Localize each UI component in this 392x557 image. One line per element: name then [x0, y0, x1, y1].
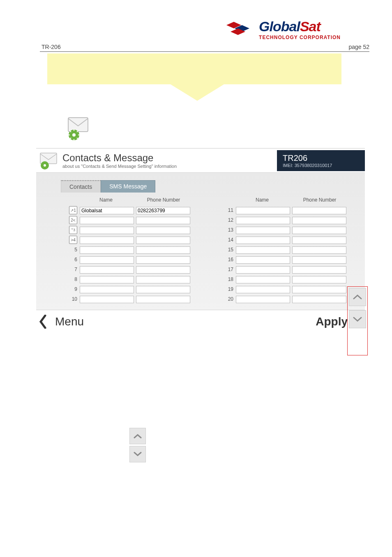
menu-button[interactable]: Menu [55, 315, 84, 328]
arrow-up-icon: ↗1 [69, 206, 77, 214]
contact-9-phone[interactable] [136, 286, 190, 293]
col-header-phone: Phone Number [291, 197, 348, 203]
contact-17-name[interactable] [236, 266, 290, 274]
contact-3-name[interactable] [80, 227, 134, 234]
col-header-phone: Phone Number [135, 197, 192, 203]
logo-mark [226, 21, 254, 41]
contacts-column-left: NamePhone Number ↗1 2< ˅3 >4 5 6 7 8 9 1… [61, 195, 192, 304]
contacts-message-icon [66, 115, 90, 146]
contact-11-phone[interactable] [292, 207, 346, 214]
chevron-up-icon [134, 434, 142, 439]
arrow-left-icon: 2< [69, 216, 77, 224]
contact-13-name[interactable] [236, 227, 290, 234]
row-index: 6 [61, 257, 80, 262]
envelope-gear-icon [39, 150, 60, 171]
row-index: 11 [217, 207, 236, 213]
row-index: 17 [217, 267, 236, 272]
contact-3-phone[interactable] [136, 227, 190, 234]
inline-scroll-arrows [129, 428, 146, 464]
page-subtitle: about us "Contacts & Send Message Settin… [62, 164, 177, 169]
row-index: 14 [217, 237, 236, 243]
contact-13-phone[interactable] [292, 227, 346, 234]
contact-2-name[interactable] [80, 217, 134, 224]
contact-10-phone[interactable] [136, 296, 190, 303]
row-index: 9 [61, 286, 80, 292]
contact-15-name[interactable] [236, 246, 290, 254]
contact-18-phone[interactable] [292, 276, 346, 283]
apply-button[interactable]: Apply [316, 315, 348, 328]
contact-5-phone[interactable] [136, 246, 190, 254]
contact-7-name[interactable] [80, 266, 134, 274]
contact-18-name[interactable] [236, 276, 290, 283]
scroll-down-button[interactable] [129, 446, 146, 462]
tab-contacts[interactable]: Contacts [61, 180, 101, 193]
contact-20-name[interactable] [236, 296, 290, 303]
page-number: page 52 [348, 44, 369, 50]
row-index: 5 [61, 247, 80, 253]
svg-point-2 [72, 133, 76, 137]
contact-4-phone[interactable] [136, 237, 190, 244]
contact-6-phone[interactable] [136, 256, 190, 264]
row-index: 15 [217, 247, 236, 253]
row-index: 20 [217, 296, 236, 302]
col-header-name: Name [77, 197, 135, 203]
scroll-up-button[interactable] [129, 428, 146, 444]
contact-1-phone[interactable] [136, 207, 190, 214]
row-index: 12 [217, 217, 236, 223]
svg-rect-0 [68, 118, 88, 132]
contact-15-phone[interactable] [292, 246, 346, 254]
contact-9-name[interactable] [80, 286, 134, 293]
contact-16-phone[interactable] [292, 256, 346, 264]
contact-20-phone[interactable] [292, 296, 346, 303]
row-index: 19 [217, 286, 236, 292]
scroll-down-button[interactable] [349, 310, 366, 328]
device-model: TR206 [283, 153, 357, 163]
contact-10-name[interactable] [80, 296, 134, 303]
chevron-down-icon [353, 316, 362, 322]
row-index: 13 [217, 227, 236, 233]
contact-5-name[interactable] [80, 246, 134, 254]
scroll-up-button[interactable] [349, 288, 366, 306]
row-index: 10 [61, 296, 80, 302]
contact-2-phone[interactable] [136, 217, 190, 224]
contacts-message-app: Contacts & Message about us "Contacts & … [36, 148, 365, 333]
contact-1-name[interactable] [80, 207, 134, 214]
back-icon[interactable] [39, 315, 48, 329]
contacts-column-right: NamePhone Number 11 12 13 14 15 16 17 18… [217, 195, 348, 304]
device-imei: IMEI: 357938020310017 [283, 163, 357, 168]
model-id: TR-206 [42, 44, 61, 50]
row-index: 16 [217, 257, 236, 262]
col-header-name: Name [233, 197, 291, 203]
contact-14-name[interactable] [236, 237, 290, 244]
svg-point-13 [44, 164, 46, 167]
callout-tip [47, 53, 341, 84]
contact-11-name[interactable] [236, 207, 290, 214]
row-index: 8 [61, 276, 80, 282]
page-title: Contacts & Message [62, 152, 177, 164]
logo-text: GlobalSat TECHNOLOGY CORPORATION [259, 19, 341, 40]
contact-12-name[interactable] [236, 217, 290, 224]
contact-12-phone[interactable] [292, 217, 346, 224]
contact-19-name[interactable] [236, 286, 290, 293]
arrow-down-icon: ˅3 [69, 226, 77, 234]
page-header: TR-206 GlobalSat TECHNOLOGY CORPORATION … [40, 19, 369, 52]
row-index: 7 [61, 267, 80, 272]
tab-sms-message[interactable]: SMS Message [101, 180, 155, 193]
arrow-right-icon: >4 [69, 236, 77, 244]
row-index: 18 [217, 276, 236, 282]
contact-8-phone[interactable] [136, 276, 190, 283]
chevron-up-icon [353, 294, 362, 300]
contact-19-phone[interactable] [292, 286, 346, 293]
contact-17-phone[interactable] [292, 266, 346, 274]
chevron-down-icon [134, 452, 142, 457]
contact-6-name[interactable] [80, 256, 134, 264]
contact-7-phone[interactable] [136, 266, 190, 274]
contact-16-name[interactable] [236, 256, 290, 264]
contact-14-phone[interactable] [292, 237, 346, 244]
scroll-arrows [349, 288, 366, 332]
contact-4-name[interactable] [80, 237, 134, 244]
contact-8-name[interactable] [80, 276, 134, 283]
device-info-panel: TR206 IMEI: 357938020310017 [277, 150, 365, 171]
